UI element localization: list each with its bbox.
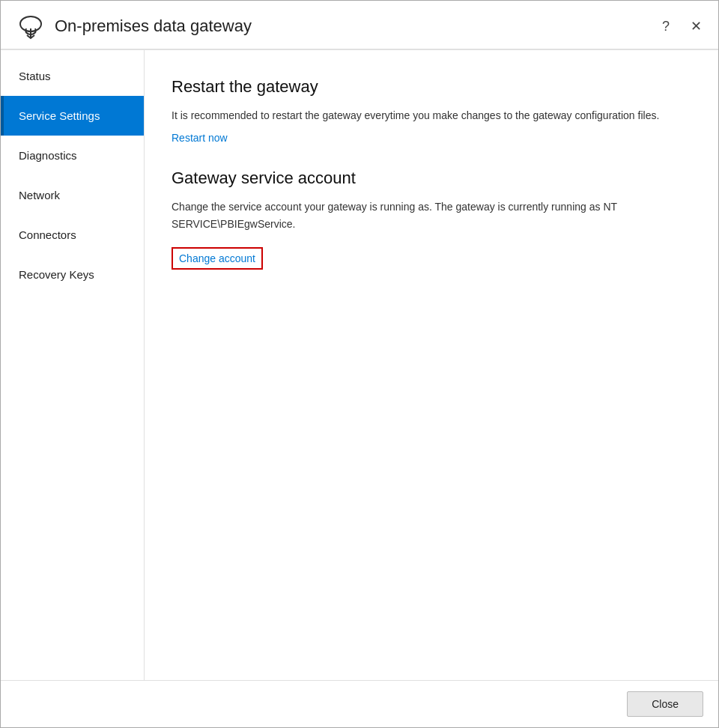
main-window: On-premises data gateway ? ✕ Status Serv… [0,0,719,728]
change-account-highlight: Change account [172,247,263,270]
restart-now-link[interactable]: Restart now [172,132,228,144]
footer: Close [1,680,718,727]
window-title: On-premises data gateway [55,16,658,36]
sidebar: Status Service Settings Diagnostics Netw… [1,50,145,680]
sidebar-item-network[interactable]: Network [1,175,144,215]
close-button[interactable]: Close [627,691,703,717]
restart-section: Restart the gateway It is recommended to… [172,77,691,145]
sidebar-item-status[interactable]: Status [1,56,144,96]
sidebar-item-service-settings[interactable]: Service Settings [1,96,144,136]
sidebar-item-diagnostics[interactable]: Diagnostics [1,136,144,175]
restart-section-desc: It is recommended to restart the gateway… [172,107,691,124]
sidebar-item-connectors[interactable]: Connectors [1,215,144,255]
change-account-link[interactable]: Change account [179,252,255,264]
titlebar-controls: ? ✕ [658,16,706,36]
restart-section-title: Restart the gateway [172,77,691,97]
main-content: Restart the gateway It is recommended to… [145,50,718,680]
gateway-account-desc: Change the service account your gateway … [172,198,691,232]
gateway-account-section: Gateway service account Change the servi… [172,169,691,270]
app-icon [16,11,46,41]
sidebar-item-recovery-keys[interactable]: Recovery Keys [1,255,144,294]
gateway-account-title: Gateway service account [172,169,691,188]
titlebar: On-premises data gateway ? ✕ [1,1,718,49]
content-area: Status Service Settings Diagnostics Netw… [1,50,718,680]
help-button[interactable]: ? [658,17,674,36]
close-icon-button[interactable]: ✕ [686,16,706,36]
